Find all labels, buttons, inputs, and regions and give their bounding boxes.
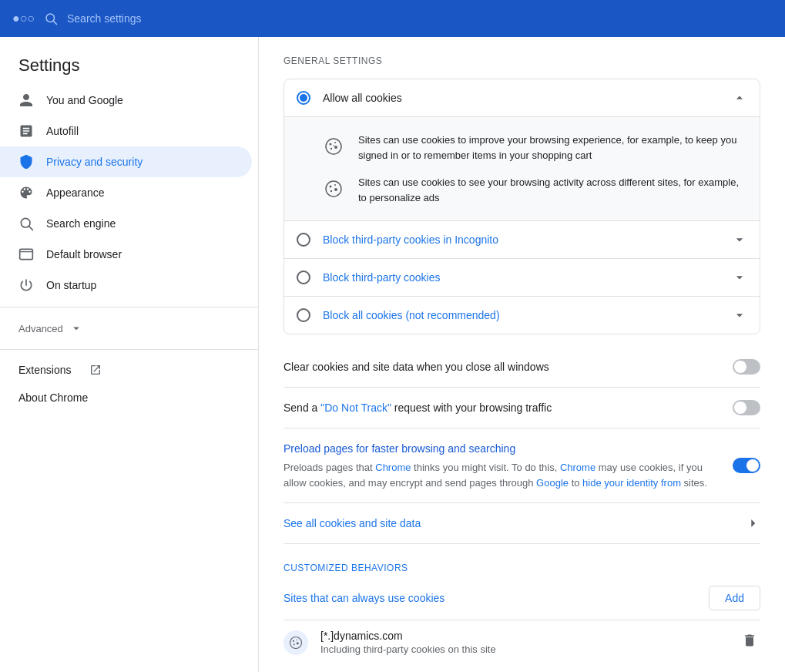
svg-rect-4 bbox=[20, 249, 33, 259]
preload-pages-subtitle: Preloads pages that Chrome thinks you mi… bbox=[283, 460, 720, 490]
external-link-icon bbox=[89, 364, 102, 376]
cookie-options-container: Allow all cookies Sites can use cookies … bbox=[283, 79, 760, 334]
header: ●○○ bbox=[0, 0, 785, 37]
svg-point-18 bbox=[297, 639, 298, 640]
clear-cookies-toggle-row: Clear cookies and site data when you clo… bbox=[283, 347, 760, 388]
svg-point-8 bbox=[334, 146, 337, 149]
sidebar-item-label-autofill: Autofill bbox=[46, 125, 79, 137]
sidebar-advanced[interactable]: Advanced bbox=[0, 314, 258, 343]
chevron-down-icon-incognito bbox=[732, 232, 747, 247]
delete-site-button[interactable] bbox=[739, 630, 760, 655]
preload-pages-toggle[interactable] bbox=[733, 458, 760, 473]
sidebar-item-privacy-and-security[interactable]: Privacy and security bbox=[0, 146, 252, 177]
radio-block-incognito[interactable] bbox=[297, 233, 310, 247]
sidebar-item-label-default-browser: Default browser bbox=[46, 248, 122, 260]
cookie-icon-1 bbox=[321, 134, 346, 159]
expanded-text-2: Sites can use cookies to see your browsi… bbox=[358, 175, 741, 205]
sidebar-title: Settings bbox=[0, 43, 258, 85]
sidebar-item-label-you-and-google: You and Google bbox=[46, 94, 123, 106]
svg-point-10 bbox=[333, 145, 334, 146]
sidebar: Settings You and Google Autofill Privacy… bbox=[0, 37, 259, 672]
svg-point-7 bbox=[334, 142, 336, 143]
preload-pages-title: Preload pages for faster browsing and se… bbox=[283, 441, 720, 457]
radio-block-third-party[interactable] bbox=[297, 270, 310, 284]
sidebar-item-label-search-engine: Search engine bbox=[46, 217, 116, 230]
chevron-down-icon-third-party bbox=[732, 270, 747, 285]
site-description: Including third-party cookies on this si… bbox=[320, 643, 726, 655]
search-icon: ●○○ bbox=[12, 12, 35, 25]
search-input[interactable] bbox=[67, 12, 773, 25]
expanded-text-1: Sites can use cookies to improve your br… bbox=[358, 133, 741, 163]
block-third-party-option[interactable]: Block third-party cookies bbox=[284, 259, 760, 297]
cookie-icon-2 bbox=[321, 176, 346, 201]
see-all-cookies-row[interactable]: See all cookies and site data bbox=[283, 503, 760, 544]
block-incognito-label: Block third-party cookies in Incognito bbox=[323, 234, 498, 246]
chevron-down-icon-block-all bbox=[732, 307, 747, 323]
see-all-cookies-label: See all cookies and site data bbox=[283, 517, 421, 529]
allow-all-cookies-option[interactable]: Allow all cookies Sites can use cookies … bbox=[284, 79, 760, 221]
expanded-row-1: Sites can use cookies to improve your br… bbox=[321, 126, 741, 169]
chevron-up-icon bbox=[732, 90, 747, 106]
site-entry: [*.]dynamics.com Including third-party c… bbox=[283, 620, 760, 664]
sidebar-extensions-label: Extensions bbox=[18, 364, 71, 376]
svg-point-13 bbox=[334, 184, 336, 186]
autofill-icon bbox=[18, 123, 34, 139]
block-all-label: Block all cookies (not recommended) bbox=[323, 309, 500, 321]
default-browser-icon bbox=[18, 247, 34, 262]
sidebar-item-search-engine[interactable]: Search engine bbox=[0, 208, 252, 239]
svg-point-19 bbox=[297, 642, 299, 644]
shield-icon bbox=[18, 154, 34, 170]
chevron-right-icon bbox=[745, 516, 760, 531]
do-not-track-label: Send a "Do Not Track" request with your … bbox=[283, 402, 733, 414]
sidebar-item-on-startup[interactable]: On startup bbox=[0, 270, 252, 301]
sidebar-extensions[interactable]: Extensions bbox=[0, 356, 258, 384]
sidebar-item-default-browser[interactable]: Default browser bbox=[0, 239, 252, 270]
do-not-track-toggle-row: Send a "Do Not Track" request with your … bbox=[283, 388, 760, 428]
site-favicon bbox=[283, 630, 308, 655]
svg-point-15 bbox=[330, 190, 332, 192]
svg-point-20 bbox=[294, 643, 295, 645]
clear-cookies-toggle[interactable] bbox=[733, 359, 760, 375]
preload-pages-text: Preload pages for faster browsing and se… bbox=[283, 441, 733, 490]
preload-pages-toggle-row: Preload pages for faster browsing and se… bbox=[283, 428, 760, 503]
svg-point-11 bbox=[326, 181, 341, 197]
sidebar-divider-2 bbox=[0, 349, 258, 350]
sidebar-divider bbox=[0, 307, 258, 307]
svg-point-12 bbox=[330, 186, 332, 188]
sidebar-item-label-on-startup: On startup bbox=[46, 279, 96, 291]
sidebar-about-chrome-label: About Chrome bbox=[18, 391, 88, 404]
block-all-option[interactable]: Block all cookies (not recommended) bbox=[284, 297, 760, 334]
svg-point-14 bbox=[334, 188, 337, 191]
allow-all-expanded: Sites can use cookies to improve your br… bbox=[284, 117, 760, 221]
power-icon bbox=[18, 277, 34, 293]
do-not-track-toggle[interactable] bbox=[733, 400, 760, 415]
sidebar-item-autofill[interactable]: Autofill bbox=[0, 116, 252, 146]
sidebar-about-chrome[interactable]: About Chrome bbox=[0, 384, 258, 412]
sidebar-item-you-and-google[interactable]: You and Google bbox=[0, 85, 252, 116]
sites-that-can-header: Sites that can always use cookies Add bbox=[283, 586, 760, 610]
sites-that-can-section: Sites that can always use cookies Add [*… bbox=[283, 586, 760, 664]
general-settings-title: General settings bbox=[283, 55, 760, 66]
palette-icon bbox=[18, 185, 34, 200]
add-button[interactable]: Add bbox=[709, 586, 760, 610]
sidebar-item-appearance[interactable]: Appearance bbox=[0, 177, 252, 208]
expanded-row-2: Sites can use cookies to see your browsi… bbox=[321, 169, 741, 211]
block-incognito-option[interactable]: Block third-party cookies in Incognito bbox=[284, 221, 760, 259]
allow-all-cookies-label: Allow all cookies bbox=[323, 92, 402, 104]
radio-block-all[interactable] bbox=[297, 308, 310, 322]
search-engine-icon bbox=[18, 216, 34, 231]
site-name: [*.]dynamics.com bbox=[320, 630, 726, 642]
person-icon bbox=[18, 92, 34, 108]
svg-point-16 bbox=[290, 637, 302, 648]
svg-point-5 bbox=[326, 139, 341, 154]
customized-behaviors-title: Customized behaviors bbox=[283, 563, 760, 573]
clear-cookies-label: Clear cookies and site data when you clo… bbox=[283, 361, 733, 373]
svg-point-9 bbox=[330, 148, 332, 150]
svg-line-3 bbox=[29, 227, 33, 230]
sidebar-advanced-label: Advanced bbox=[18, 323, 63, 334]
svg-line-1 bbox=[53, 21, 56, 24]
content-area: General settings Allow all cookies bbox=[259, 37, 785, 672]
sidebar-item-label-privacy: Privacy and security bbox=[46, 156, 143, 168]
radio-allow-all[interactable] bbox=[297, 91, 310, 105]
chevron-down-icon bbox=[69, 321, 83, 335]
